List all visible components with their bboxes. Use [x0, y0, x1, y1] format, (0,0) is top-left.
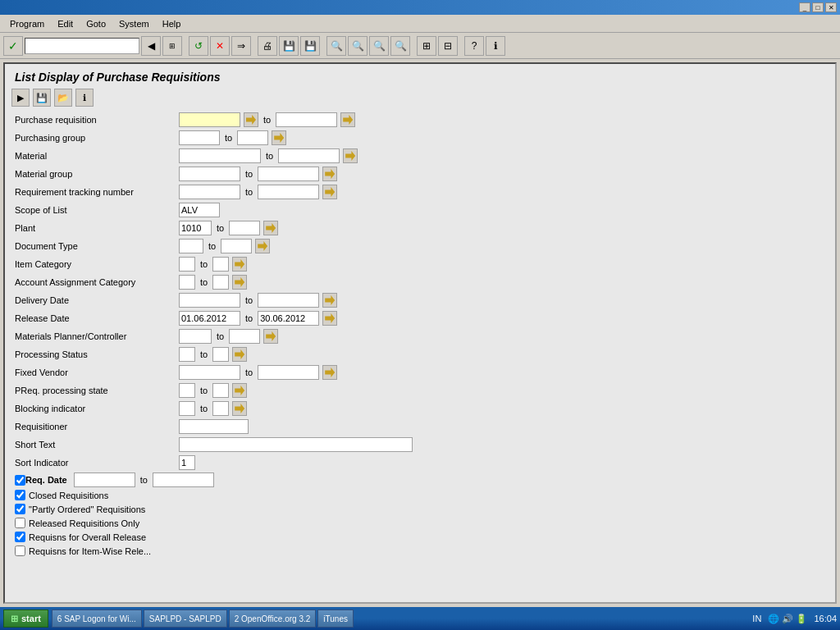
delivery-date-arrow[interactable] — [322, 293, 337, 308]
partly-ordered-checkbox[interactable] — [15, 504, 25, 514]
req-tracking-arrow[interactable] — [322, 185, 337, 199]
toolbar-back-btn[interactable]: ✓ — [3, 36, 23, 56]
toolbar-find2-btn[interactable]: 🔍 — [348, 36, 368, 56]
taskbar-item-1[interactable]: SAPLPD - SAPLPD — [144, 609, 227, 628]
minimize-btn[interactable]: _ — [799, 2, 810, 12]
fixed-vendor-input[interactable] — [179, 365, 240, 380]
req-tracking-to-input[interactable] — [258, 185, 319, 199]
toolbar-find4-btn[interactable]: 🔍 — [390, 36, 410, 56]
toolbar-stop-btn[interactable]: ✕ — [210, 36, 230, 56]
overall-release-checkbox[interactable] — [15, 532, 25, 542]
released-only-label[interactable]: Released Requisitions Only — [29, 518, 139, 528]
material-group-arrow[interactable] — [322, 167, 337, 181]
processing-status-to-input[interactable] — [212, 347, 229, 362]
closed-requisitions-checkbox[interactable] — [15, 490, 25, 500]
menu-system[interactable]: System — [112, 17, 156, 30]
req-tracking-input[interactable] — [179, 185, 240, 199]
req-date-input[interactable] — [74, 472, 135, 487]
delivery-date-to-input[interactable] — [258, 293, 319, 308]
materials-planner-arrow[interactable] — [263, 329, 278, 344]
taskbar-item-3[interactable]: iTunes — [317, 609, 354, 628]
taskbar-item-0[interactable]: 6 SAP Logon for Wi... — [52, 609, 142, 628]
purchase-requisition-to-arrow[interactable] — [340, 112, 355, 127]
purchasing-group-input[interactable] — [179, 130, 220, 145]
purchasing-group-arrow[interactable] — [272, 130, 286, 145]
preq-processing-input[interactable] — [179, 383, 195, 398]
blocking-indicator-arrow[interactable] — [232, 401, 247, 416]
fixed-vendor-to-input[interactable] — [258, 365, 319, 380]
req-date-checkbox[interactable] — [15, 475, 25, 486]
toolbar-save2-btn[interactable]: 💾 — [300, 36, 320, 56]
sort-indicator-input[interactable] — [179, 455, 195, 470]
document-type-to-input[interactable] — [221, 239, 252, 253]
closed-requisitions-label[interactable]: Closed Requisitions — [29, 491, 108, 500]
preq-processing-to-input[interactable] — [212, 383, 229, 398]
menu-program[interactable]: Program — [3, 17, 51, 30]
panel-tool-3[interactable]: 📂 — [54, 89, 72, 107]
processing-status-arrow[interactable] — [232, 347, 247, 362]
item-wise-checkbox[interactable] — [15, 546, 25, 556]
toolbar-refresh-btn[interactable]: ↺ — [189, 36, 208, 56]
toolbar-find-btn[interactable]: 🔍 — [326, 36, 346, 56]
short-text-input[interactable] — [179, 437, 413, 452]
req-date-to-input[interactable] — [153, 472, 214, 487]
toolbar-grid2-btn[interactable]: ⊟ — [438, 36, 458, 56]
start-button[interactable]: ⊞ start — [3, 609, 48, 628]
released-only-checkbox[interactable] — [15, 518, 25, 528]
materials-planner-input[interactable] — [179, 329, 212, 344]
preq-processing-arrow[interactable] — [232, 383, 247, 398]
account-assignment-arrow[interactable] — [232, 275, 247, 290]
toolbar-help-btn[interactable]: ? — [464, 36, 484, 56]
document-type-arrow[interactable] — [255, 239, 270, 253]
panel-tool-4[interactable]: ℹ — [75, 89, 94, 107]
item-category-input[interactable] — [179, 257, 195, 272]
material-group-to-input[interactable] — [258, 167, 319, 181]
plant-arrow[interactable] — [263, 221, 278, 235]
fixed-vendor-arrow[interactable] — [322, 365, 337, 380]
requisitioner-input[interactable] — [179, 419, 249, 434]
toolbar-nav-icon[interactable]: ⊞ — [162, 36, 182, 56]
toolbar-find3-btn[interactable]: 🔍 — [369, 36, 389, 56]
plant-to-input[interactable] — [229, 221, 260, 235]
maximize-btn[interactable]: □ — [812, 2, 824, 12]
material-to-input[interactable] — [278, 148, 340, 163]
purchase-requisition-input[interactable] — [179, 112, 240, 127]
purchase-requisition-to-input[interactable] — [276, 112, 337, 127]
plant-input[interactable] — [179, 221, 212, 235]
menu-edit[interactable]: Edit — [51, 17, 80, 30]
toolbar-command-input[interactable] — [25, 38, 139, 54]
account-assignment-to-input[interactable] — [212, 275, 229, 290]
blocking-indicator-input[interactable] — [179, 401, 195, 416]
item-wise-label[interactable]: Requisns for Item-Wise Rele... — [29, 546, 151, 556]
menu-help[interactable]: Help — [156, 17, 188, 30]
close-btn[interactable]: ✕ — [825, 2, 837, 12]
toolbar-info-btn[interactable]: ℹ — [486, 36, 505, 56]
material-group-input[interactable] — [179, 167, 240, 181]
overall-release-label[interactable]: Requisns for Overall Release — [29, 532, 146, 542]
menu-goto[interactable]: Goto — [80, 17, 112, 30]
item-category-arrow[interactable] — [232, 257, 247, 272]
purchasing-group-to-input[interactable] — [237, 130, 268, 145]
purchase-requisition-arrow[interactable] — [244, 112, 258, 127]
req-date-label[interactable]: Req. Date — [25, 475, 67, 485]
toolbar-save-btn[interactable]: 💾 — [279, 36, 299, 56]
account-assignment-input[interactable] — [179, 275, 195, 290]
blocking-indicator-to-input[interactable] — [212, 401, 229, 416]
materials-planner-to-input[interactable] — [229, 329, 260, 344]
delivery-date-input[interactable] — [179, 293, 240, 308]
processing-status-input[interactable] — [179, 347, 195, 362]
item-category-to-input[interactable] — [212, 257, 229, 272]
toolbar-print-btn[interactable]: 🖨 — [258, 36, 277, 56]
release-date-input[interactable] — [179, 311, 240, 326]
release-date-arrow[interactable] — [322, 311, 337, 326]
panel-tool-1[interactable]: ▶ — [11, 89, 30, 107]
material-arrow[interactable] — [343, 148, 358, 163]
material-input[interactable] — [179, 148, 261, 163]
document-type-input[interactable] — [179, 239, 203, 253]
toolbar-nav-btn[interactable]: ⇒ — [231, 36, 251, 56]
release-date-to-input[interactable] — [258, 311, 319, 326]
taskbar-item-2[interactable]: 2 OpenOffice.org 3.2 — [229, 609, 317, 628]
panel-tool-2[interactable]: 💾 — [33, 89, 51, 107]
toolbar-nav-left[interactable]: ◀ — [141, 36, 161, 56]
scope-of-list-input[interactable] — [179, 203, 220, 217]
